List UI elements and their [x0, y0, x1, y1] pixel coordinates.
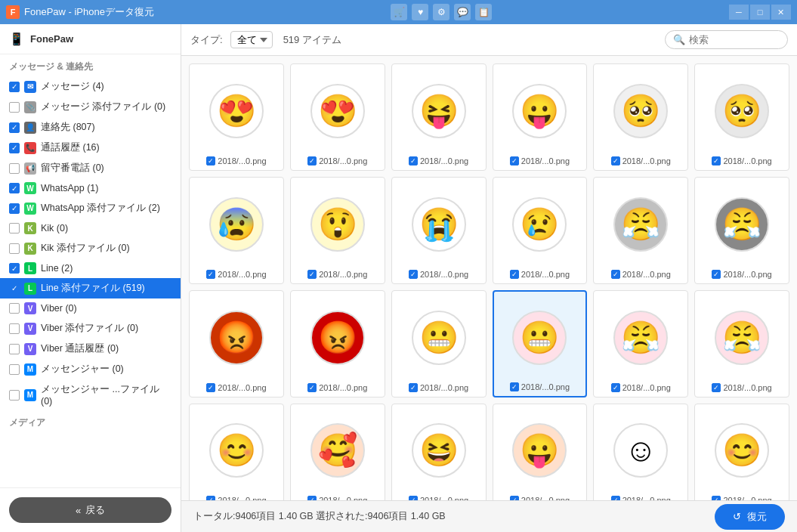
grid-item-checkbox[interactable]: ✓	[307, 156, 317, 165]
grid-item-checkbox[interactable]: ✓	[510, 270, 519, 279]
grid-item[interactable]: 😰✓2018/...0.png	[189, 177, 284, 284]
grid-item-checkbox[interactable]: ✓	[206, 270, 215, 279]
grid-item-checkbox[interactable]: ✓	[409, 156, 418, 165]
grid-item[interactable]: ☺✓2018/...0.png	[593, 404, 688, 500]
grid-item[interactable]: 😡✓2018/...0.png	[290, 290, 385, 397]
sidebar-item-messenger-attachments[interactable]: Mメッセンジャー ...ファイル (0)	[0, 379, 181, 410]
sidebar-item-viber-attachments[interactable]: VViber 添付ファイル (0)	[0, 318, 181, 339]
grid-item-checkbox[interactable]: ✓	[712, 270, 721, 279]
checkbox-kik[interactable]	[9, 223, 20, 234]
sidebar-item-line[interactable]: ✓LLine (2)	[0, 258, 181, 278]
grid-item-checkbox[interactable]: ✓	[510, 382, 519, 391]
grid-item-checkbox[interactable]: ✓	[307, 270, 317, 279]
item-label-voicemail: 留守番電話 (0)	[41, 162, 171, 175]
checkbox-messages[interactable]: ✓	[9, 82, 20, 92]
search-input[interactable]	[689, 34, 780, 45]
main-container: 📱 FonePaw メッセージ & 連絡先 ✓✉メッセージ (4)📎メッセージ …	[0, 24, 797, 532]
checkbox-call-history[interactable]: ✓	[9, 143, 20, 153]
sidebar-item-messages[interactable]: ✓✉メッセージ (4)	[0, 76, 181, 97]
grid-item[interactable]: 😛✓2018/...0.png	[493, 63, 588, 171]
grid-item-checkbox[interactable]: ✓	[409, 383, 418, 392]
grid-item-checkbox[interactable]: ✓	[712, 156, 721, 165]
sidebar-item-viber[interactable]: VViber (0)	[0, 298, 181, 318]
grid-item-checkbox[interactable]: ✓	[611, 383, 620, 392]
heart-icon[interactable]: ♥	[412, 4, 428, 20]
grid-item-checkbox[interactable]: ✓	[510, 156, 519, 165]
checkbox-line[interactable]: ✓	[9, 263, 20, 274]
grid-item-filename: 2018/...0.png	[723, 270, 771, 279]
checkbox-voicemail[interactable]	[9, 163, 20, 174]
close-button[interactable]: ✕	[771, 5, 791, 20]
grid-item[interactable]: 😢✓2018/...0.png	[493, 177, 588, 284]
grid-item[interactable]: 😭✓2018/...0.png	[391, 177, 487, 284]
grid-item[interactable]: 😆✓2018/...0.png	[391, 404, 487, 500]
maximize-button[interactable]: □	[750, 5, 770, 20]
grid-item-checkbox[interactable]: ✓	[307, 383, 317, 392]
chat-icon[interactable]: 💬	[454, 4, 471, 20]
grid-item-checkbox[interactable]: ✓	[206, 156, 215, 165]
grid-item[interactable]: 😝✓2018/...0.png	[391, 63, 487, 171]
search-box: 🔍	[665, 30, 788, 49]
checkbox-whatsapp-attachments[interactable]: ✓	[9, 203, 20, 214]
grid-item-filename: 2018/...0.png	[622, 270, 671, 279]
sidebar-item-kik-attachments[interactable]: KKik 添付ファイル (0)	[0, 238, 181, 258]
checkbox-viber-attachments[interactable]	[9, 323, 20, 334]
sidebar-item-message-attachments[interactable]: 📎メッセージ 添付ファイル (0)	[0, 97, 181, 117]
grid-item-image: 😡	[194, 295, 279, 380]
sidebar-item-contacts[interactable]: ✓👤連絡先 (807)	[0, 117, 181, 138]
grid-item-label: ✓2018/...0.png	[206, 383, 266, 392]
sidebar-item-voicemail[interactable]: 📢留守番電話 (0)	[0, 158, 181, 178]
cart-icon[interactable]: 🛒	[391, 4, 407, 20]
grid-item[interactable]: 😬✓2018/...0.png	[493, 290, 588, 397]
checkbox-message-attachments[interactable]	[9, 102, 20, 113]
sidebar-item-kik[interactable]: KKik (0)	[0, 218, 181, 238]
sidebar-item-viber-calls[interactable]: VViber 通話履歴 (0)	[0, 339, 181, 359]
grid-item-filename: 2018/...0.png	[723, 156, 771, 165]
sidebar-item-whatsapp[interactable]: ✓WWhatsApp (1)	[0, 178, 181, 198]
sidebar-item-whatsapp-attachments[interactable]: ✓WWhatsApp 添付ファイル (2)	[0, 198, 181, 218]
clipboard-icon[interactable]: 📋	[475, 4, 492, 20]
grid-item[interactable]: 😡✓2018/...0.png	[189, 290, 284, 397]
sidebar-item-line-attachments[interactable]: ✓LLine 添付ファイル (519)	[0, 278, 181, 298]
checkbox-viber-calls[interactable]	[9, 344, 20, 354]
grid-item[interactable]: 😤✓2018/...0.png	[694, 290, 789, 397]
checkbox-messenger-attachments[interactable]	[9, 390, 20, 401]
grid-item[interactable]: 😤✓2018/...0.png	[593, 290, 688, 397]
grid-item-checkbox[interactable]: ✓	[409, 270, 418, 279]
grid-item-label: ✓2018/...0.png	[206, 270, 266, 279]
type-select[interactable]: 全て	[230, 31, 273, 48]
grid-item-image: 🥺	[700, 69, 784, 153]
grid-item[interactable]: 😲✓2018/...0.png	[290, 177, 385, 284]
checkbox-kik-attachments[interactable]	[9, 243, 20, 254]
checkbox-whatsapp[interactable]: ✓	[9, 183, 20, 193]
grid-item[interactable]: 😊✓2018/...0.png	[694, 404, 789, 500]
device-item[interactable]: 📱 FonePaw	[0, 24, 181, 54]
grid-item[interactable]: 🥰✓2018/...0.png	[290, 404, 385, 500]
grid-item[interactable]: 🥺✓2018/...0.png	[593, 63, 688, 171]
grid-item-filename: 2018/...0.png	[622, 156, 671, 165]
item-label-viber: Viber (0)	[41, 303, 171, 314]
checkbox-contacts[interactable]: ✓	[9, 122, 20, 133]
grid-item-checkbox[interactable]: ✓	[206, 383, 215, 392]
grid-item[interactable]: 😤✓2018/...0.png	[694, 177, 789, 284]
grid-item[interactable]: 😛✓2018/...0.png	[493, 404, 588, 500]
grid-item-checkbox[interactable]: ✓	[712, 383, 721, 392]
back-button[interactable]: « 戻る	[9, 497, 171, 523]
item-icon-line-attachments: L	[24, 283, 36, 295]
checkbox-viber[interactable]	[9, 303, 20, 314]
minimize-button[interactable]: ─	[729, 5, 749, 20]
grid-item[interactable]: 😍✓2018/...0.png	[290, 63, 385, 171]
grid-item[interactable]: 😊✓2018/...0.png	[189, 404, 284, 500]
grid-item[interactable]: 😍✓2018/...0.png	[189, 63, 284, 171]
checkbox-messenger[interactable]	[9, 364, 20, 375]
sidebar-item-call-history[interactable]: ✓📞通話履歴 (16)	[0, 138, 181, 158]
grid-item[interactable]: 😬✓2018/...0.png	[391, 290, 487, 397]
gear-icon[interactable]: ⚙	[433, 4, 449, 20]
grid-item[interactable]: 🥺✓2018/...0.png	[694, 63, 789, 171]
restore-button[interactable]: ↺ 復元	[715, 504, 785, 530]
grid-item-checkbox[interactable]: ✓	[611, 156, 620, 165]
grid-item-checkbox[interactable]: ✓	[611, 270, 620, 279]
grid-item[interactable]: 😤✓2018/...0.png	[593, 177, 688, 284]
sidebar-item-messenger[interactable]: Mメッセンジャー (0)	[0, 359, 181, 379]
checkbox-line-attachments[interactable]: ✓	[9, 283, 20, 294]
